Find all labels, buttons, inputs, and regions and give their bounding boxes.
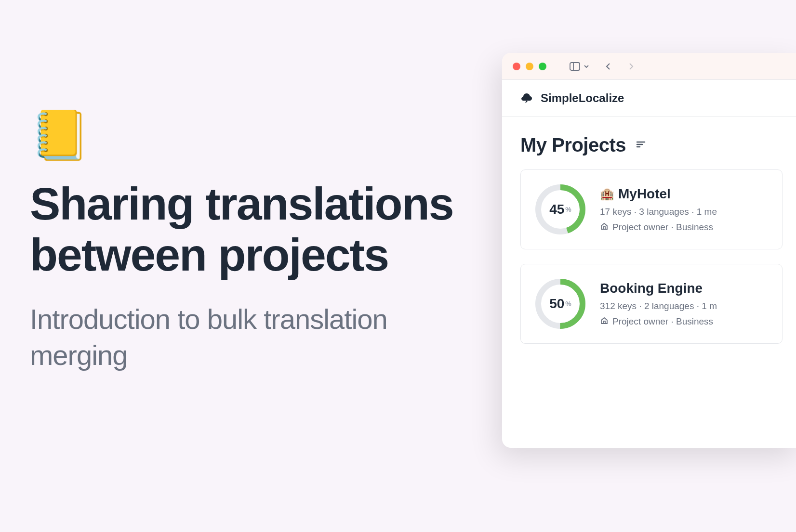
titlebar [502, 53, 796, 80]
progress-donut: 50% [534, 278, 586, 330]
page-title: Sharing translations between projects [30, 178, 473, 281]
project-emoji: 🏨 [600, 187, 614, 201]
browser-window: SimpleLocalize My Projects 45% 🏨 My [502, 53, 796, 448]
progress-value: 50 [549, 296, 564, 311]
page-subtitle: Introduction to bulk translation merging [30, 301, 473, 374]
cloud-icon [520, 91, 534, 105]
section-title: My Projects [520, 134, 626, 156]
close-button[interactable] [513, 63, 520, 70]
hero-panel: 📒 Sharing translations between projects … [30, 111, 473, 374]
svg-rect-10 [603, 321, 605, 324]
minimize-button[interactable] [526, 63, 533, 70]
chevron-down-icon[interactable] [583, 63, 590, 70]
nav-back-button[interactable] [604, 62, 613, 71]
project-meta: 17 keys · 3 languages · 1 me [600, 207, 769, 217]
project-owner-line: Project owner · Business [600, 222, 769, 233]
progress-value: 45 [549, 202, 564, 217]
project-card[interactable]: 45% 🏨 MyHotel 17 keys · 3 languages · 1 … [520, 169, 783, 249]
percent-sign: % [565, 206, 571, 213]
svg-rect-7 [603, 227, 605, 229]
sort-icon[interactable] [636, 139, 646, 152]
app-name: SimpleLocalize [541, 91, 624, 105]
project-name-text: Booking Engine [600, 281, 703, 296]
project-meta: 312 keys · 2 languages · 1 m [600, 301, 769, 311]
progress-donut: 45% [534, 183, 586, 235]
project-owner-line: Project owner · Business [600, 316, 769, 327]
home-icon [600, 316, 609, 327]
sidebar-toggle-icon[interactable] [570, 62, 580, 71]
projects-header: My Projects [502, 117, 796, 169]
project-card[interactable]: 50% Booking Engine 312 keys · 2 language… [520, 264, 783, 344]
percent-sign: % [565, 300, 571, 308]
svg-rect-0 [570, 63, 580, 70]
home-icon [600, 222, 609, 233]
project-info: Booking Engine 312 keys · 2 languages · … [600, 281, 769, 327]
traffic-lights [513, 63, 546, 70]
maximize-button[interactable] [539, 63, 546, 70]
app-header: SimpleLocalize [502, 80, 796, 117]
nav-forward-button[interactable] [626, 62, 635, 71]
project-name-text: MyHotel [618, 186, 671, 202]
notebook-icon: 📒 [30, 111, 473, 159]
project-info: 🏨 MyHotel 17 keys · 3 languages · 1 me P… [600, 186, 769, 233]
